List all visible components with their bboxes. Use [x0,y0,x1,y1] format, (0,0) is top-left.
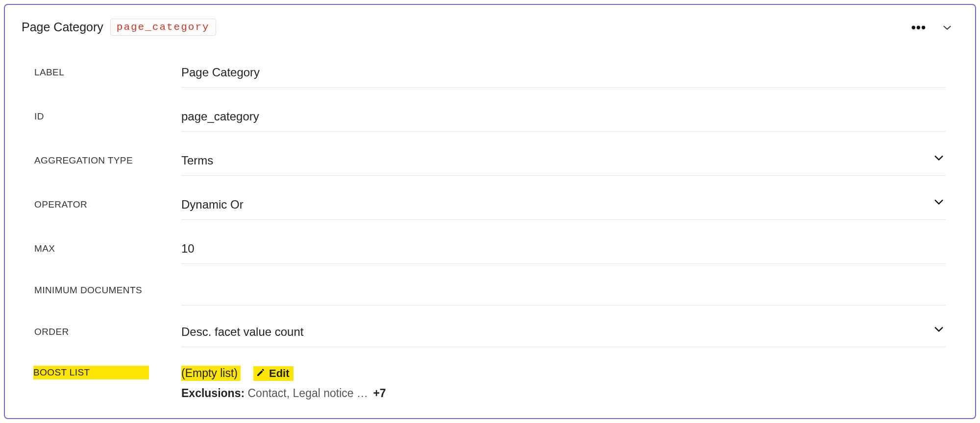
field-value-wrap: Page Category [181,57,946,88]
field-caption: AGGREGATION TYPE [34,155,181,166]
aggregation-type-select[interactable]: Terms [181,145,946,176]
boost-list-line: (Empty list) Edit [181,366,946,381]
panel-header: Page Category page_category ••• [5,5,975,36]
field-caption: LABEL [34,67,181,78]
field-row-max: MAX 10 [34,227,946,271]
facet-config-panel: Page Category page_category ••• LABEL Pa… [4,4,976,419]
field-caption: MAX [34,243,181,254]
field-value-wrap: Dynamic Or [181,189,946,220]
chevron-down-icon[interactable] [934,326,944,335]
chevron-down-icon[interactable] [934,155,944,164]
field-caption: OPERATOR [34,199,181,210]
boost-list-field: (Empty list) Edit Exclusions: Contact, L… [181,366,946,400]
boost-list-edit-button[interactable]: Edit [253,366,294,381]
more-actions-icon[interactable]: ••• [911,21,926,34]
facet-id-chip: page_category [110,19,216,36]
field-value-wrap: page_category [181,101,946,132]
collapse-panel-button[interactable] [943,23,952,32]
field-row-boost-list: BOOST LIST (Empty list) Edit Exclusions:… [34,366,946,400]
edit-label: Edit [269,367,290,380]
field-row-label: LABEL Page Category [34,50,946,94]
panel-body: LABEL Page Category ID page_category AGG… [5,36,975,400]
boost-list-caption: BOOST LIST [33,366,149,379]
field-row-operator: OPERATOR Dynamic Or [34,183,946,227]
panel-header-actions: ••• [911,21,958,34]
order-select[interactable]: Desc. facet value count [181,317,946,347]
field-row-minimum-documents: MINIMUM DOCUMENTS [34,271,946,310]
panel-title: Page Category [22,20,103,34]
exclusions-more-count[interactable]: +7 [373,387,386,400]
field-value-wrap: Terms [181,145,946,176]
field-caption: ORDER [34,327,181,337]
field-caption: ID [34,111,181,122]
field-value-wrap: 10 [181,234,946,264]
field-caption: MINIMUM DOCUMENTS [34,285,181,296]
id-input[interactable]: page_category [181,101,946,132]
pencil-icon [256,367,265,380]
minimum-documents-input[interactable] [181,275,946,306]
boost-exclusions-line: Exclusions: Contact, Legal notice … +7 [181,387,946,400]
boost-list-empty-text: (Empty list) [181,366,241,381]
exclusions-label: Exclusions: [181,387,245,400]
field-value-wrap: Desc. facet value count [181,317,946,347]
max-input[interactable]: 10 [181,234,946,264]
field-row-id: ID page_category [34,94,946,139]
field-row-aggregation-type: AGGREGATION TYPE Terms [34,139,946,183]
chevron-down-icon[interactable] [934,199,944,208]
field-value-wrap [181,275,946,306]
label-input[interactable]: Page Category [181,57,946,88]
operator-select[interactable]: Dynamic Or [181,189,946,220]
field-caption-wrap: BOOST LIST [34,366,181,379]
field-row-order: ORDER Desc. facet value count [34,310,946,354]
exclusions-preview-text: Contact, Legal notice … [248,387,368,400]
